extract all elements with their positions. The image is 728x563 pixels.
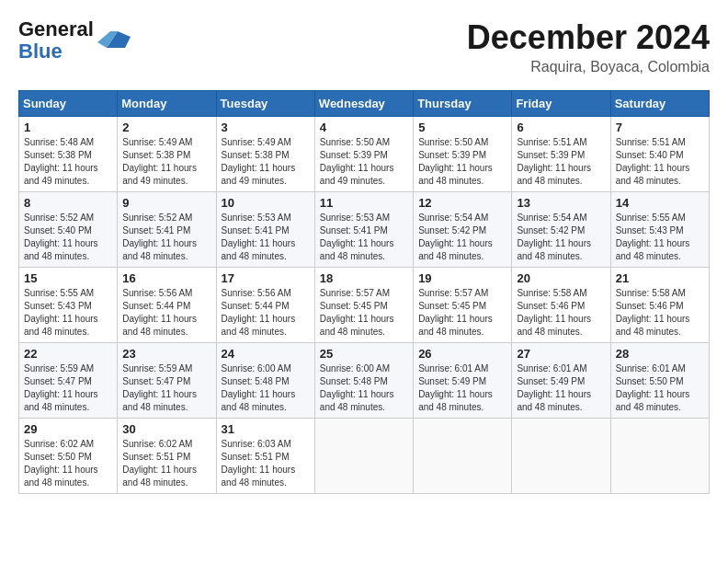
day-number: 12 [418,196,506,210]
day-number: 17 [222,271,310,285]
calendar-cell: 26Sunrise: 6:01 AMSunset: 5:49 PMDayligh… [414,343,512,419]
calendar-cell: 24Sunrise: 6:00 AMSunset: 5:48 PMDayligh… [216,343,314,419]
day-info: Sunrise: 6:01 AMSunset: 5:49 PMDaylight:… [418,362,506,414]
calendar-cell: 11Sunrise: 5:53 AMSunset: 5:41 PMDayligh… [314,192,413,268]
calendar-cell: 13Sunrise: 5:54 AMSunset: 5:42 PMDayligh… [512,192,610,268]
day-number: 16 [122,271,210,285]
calendar-cell [314,419,413,494]
calendar-cell: 8Sunrise: 5:52 AMSunset: 5:40 PMDaylight… [19,192,118,268]
day-info: Sunrise: 6:01 AMSunset: 5:50 PMDaylight:… [616,362,704,414]
day-number: 1 [24,121,112,134]
calendar-cell: 1Sunrise: 5:48 AMSunset: 5:38 PMDaylight… [19,117,118,192]
logo-text-line1: General [18,18,94,40]
weekday-header-sunday: Sunday [19,91,118,117]
calendar-cell: 5Sunrise: 5:50 AMSunset: 5:39 PMDaylight… [414,117,512,192]
day-info: Sunrise: 5:59 AMSunset: 5:47 PMDaylight:… [24,362,112,414]
calendar-cell: 22Sunrise: 5:59 AMSunset: 5:47 PMDayligh… [19,343,118,419]
calendar-cell: 29Sunrise: 6:02 AMSunset: 5:50 PMDayligh… [19,419,118,494]
day-info: Sunrise: 5:52 AMSunset: 5:40 PMDaylight:… [24,212,112,263]
calendar-cell [610,419,709,494]
day-number: 14 [616,196,704,210]
day-info: Sunrise: 5:54 AMSunset: 5:42 PMDaylight:… [418,212,506,263]
calendar-cell: 2Sunrise: 5:49 AMSunset: 5:38 PMDaylight… [118,117,216,192]
day-number: 6 [517,121,605,134]
day-info: Sunrise: 5:57 AMSunset: 5:45 PMDaylight:… [418,287,506,339]
day-info: Sunrise: 5:55 AMSunset: 5:43 PMDaylight:… [24,287,112,339]
day-number: 24 [222,347,310,361]
calendar-week-row: 15Sunrise: 5:55 AMSunset: 5:43 PMDayligh… [19,268,710,343]
title-area: December 2024 Raquira, Boyaca, Colombia [467,18,710,75]
calendar-cell: 4Sunrise: 5:50 AMSunset: 5:39 PMDaylight… [314,117,413,192]
day-info: Sunrise: 6:01 AMSunset: 5:49 PMDaylight:… [517,362,605,414]
day-number: 25 [320,347,408,361]
weekday-header-thursday: Thursday [414,91,512,117]
calendar-cell: 21Sunrise: 5:58 AMSunset: 5:46 PMDayligh… [610,268,709,343]
day-number: 26 [418,347,506,361]
weekday-header-row: SundayMondayTuesdayWednesdayThursdayFrid… [19,91,710,117]
day-number: 10 [222,196,310,210]
calendar-cell: 17Sunrise: 5:56 AMSunset: 5:44 PMDayligh… [216,268,314,343]
calendar-cell: 7Sunrise: 5:51 AMSunset: 5:40 PMDaylight… [610,117,709,192]
calendar-cell [414,419,512,494]
day-number: 4 [320,121,408,134]
calendar-cell [512,419,610,494]
day-info: Sunrise: 5:50 AMSunset: 5:39 PMDaylight:… [320,136,408,188]
weekday-header-saturday: Saturday [610,91,709,117]
day-info: Sunrise: 6:00 AMSunset: 5:48 PMDaylight:… [222,362,310,414]
calendar-cell: 14Sunrise: 5:55 AMSunset: 5:43 PMDayligh… [610,192,709,268]
day-info: Sunrise: 6:03 AMSunset: 5:51 PMDaylight:… [222,438,310,489]
logo: General Blue [18,18,131,63]
day-info: Sunrise: 5:54 AMSunset: 5:42 PMDaylight:… [517,212,605,263]
day-info: Sunrise: 6:00 AMSunset: 5:48 PMDaylight:… [320,362,408,414]
day-info: Sunrise: 5:56 AMSunset: 5:44 PMDaylight:… [122,287,210,339]
day-number: 13 [517,196,605,210]
day-number: 20 [517,271,605,285]
day-info: Sunrise: 5:53 AMSunset: 5:41 PMDaylight:… [320,212,408,263]
calendar-cell: 10Sunrise: 5:53 AMSunset: 5:41 PMDayligh… [216,192,314,268]
day-number: 29 [24,422,112,436]
day-info: Sunrise: 5:58 AMSunset: 5:46 PMDaylight:… [517,287,605,339]
calendar-cell: 9Sunrise: 5:52 AMSunset: 5:41 PMDaylight… [118,192,216,268]
day-info: Sunrise: 5:48 AMSunset: 5:38 PMDaylight:… [24,136,112,188]
day-info: Sunrise: 5:53 AMSunset: 5:41 PMDaylight:… [222,212,310,263]
calendar-week-row: 29Sunrise: 6:02 AMSunset: 5:50 PMDayligh… [19,419,710,494]
day-number: 15 [24,271,112,285]
day-number: 30 [122,422,210,436]
calendar-cell: 30Sunrise: 6:02 AMSunset: 5:51 PMDayligh… [118,419,216,494]
calendar-cell: 6Sunrise: 5:51 AMSunset: 5:39 PMDaylight… [512,117,610,192]
day-info: Sunrise: 5:56 AMSunset: 5:44 PMDaylight:… [222,287,310,339]
calendar-week-row: 1Sunrise: 5:48 AMSunset: 5:38 PMDaylight… [19,117,710,192]
day-info: Sunrise: 5:55 AMSunset: 5:43 PMDaylight:… [616,212,704,263]
day-number: 5 [418,121,506,134]
day-info: Sunrise: 6:02 AMSunset: 5:50 PMDaylight:… [24,438,112,489]
month-title: December 2024 [467,18,710,57]
day-number: 27 [517,347,605,361]
day-number: 2 [122,121,210,134]
day-number: 22 [24,347,112,361]
day-number: 19 [418,271,506,285]
calendar-cell: 16Sunrise: 5:56 AMSunset: 5:44 PMDayligh… [118,268,216,343]
day-info: Sunrise: 6:02 AMSunset: 5:51 PMDaylight:… [122,438,210,489]
day-number: 11 [320,196,408,210]
calendar-cell: 3Sunrise: 5:49 AMSunset: 5:38 PMDaylight… [216,117,314,192]
location-subtitle: Raquira, Boyaca, Colombia [467,59,710,75]
page-header: General Blue December 2024 Raquira, Boya… [18,18,710,75]
calendar-cell: 28Sunrise: 6:01 AMSunset: 5:50 PMDayligh… [610,343,709,419]
day-info: Sunrise: 5:57 AMSunset: 5:45 PMDaylight:… [320,287,408,339]
calendar-week-row: 22Sunrise: 5:59 AMSunset: 5:47 PMDayligh… [19,343,710,419]
day-info: Sunrise: 5:59 AMSunset: 5:47 PMDaylight:… [122,362,210,414]
day-number: 8 [24,196,112,210]
logo-text-line2: Blue [18,40,94,63]
calendar-week-row: 8Sunrise: 5:52 AMSunset: 5:40 PMDaylight… [19,192,710,268]
day-info: Sunrise: 5:50 AMSunset: 5:39 PMDaylight:… [418,136,506,188]
calendar-cell: 19Sunrise: 5:57 AMSunset: 5:45 PMDayligh… [414,268,512,343]
logo-icon [97,28,131,53]
calendar-cell: 27Sunrise: 6:01 AMSunset: 5:49 PMDayligh… [512,343,610,419]
day-number: 31 [222,422,310,436]
weekday-header-monday: Monday [118,91,216,117]
day-info: Sunrise: 5:51 AMSunset: 5:40 PMDaylight:… [616,136,704,188]
day-info: Sunrise: 5:51 AMSunset: 5:39 PMDaylight:… [517,136,605,188]
calendar-cell: 15Sunrise: 5:55 AMSunset: 5:43 PMDayligh… [19,268,118,343]
calendar-cell: 18Sunrise: 5:57 AMSunset: 5:45 PMDayligh… [314,268,413,343]
weekday-header-friday: Friday [512,91,610,117]
